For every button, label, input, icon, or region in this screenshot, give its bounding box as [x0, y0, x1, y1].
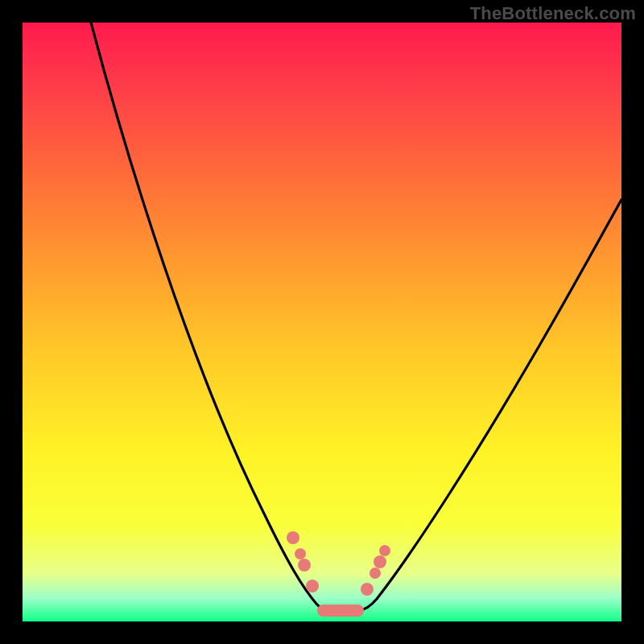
- marker-dot: [369, 568, 381, 579]
- bottleneck-curve: [23, 23, 621, 621]
- marker-dot: [379, 545, 390, 556]
- marker-dot: [298, 559, 311, 572]
- marker-dot: [287, 531, 299, 544]
- outer-frame: TheBottleneck.com: [0, 0, 644, 644]
- marker-dot: [306, 580, 319, 592]
- marker-dot: [295, 548, 306, 559]
- optimal-range-marker: [317, 605, 364, 617]
- plot-area: [23, 23, 621, 621]
- marker-dot: [374, 555, 386, 568]
- marker-dot: [361, 583, 374, 596]
- curve-path: [91, 23, 621, 610]
- watermark-text: TheBottleneck.com: [470, 3, 636, 24]
